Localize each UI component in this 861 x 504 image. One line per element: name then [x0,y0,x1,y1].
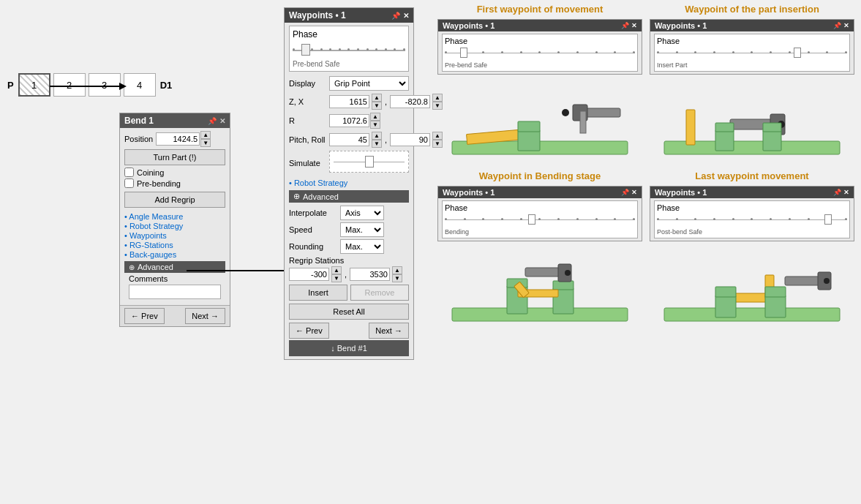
step-to-bend-arrow [50,79,127,94]
svg-rect-20 [763,123,781,132]
card-1-pin[interactable]: 📌 [621,22,629,29]
card-3-header: Waypoints • 1 📌 ✕ [438,187,642,198]
card-1-illustration [437,79,642,163]
reset-all-button[interactable]: Reset All [289,304,409,320]
card-3-title: Waypoint in Bending stage [437,170,642,181]
regrip-spinner-1[interactable]: ▲▼ [331,266,342,282]
waypoints-pin-icon[interactable]: 📌 [391,12,400,20]
roll-input[interactable] [390,133,430,146]
link-list: Angle Measure Robot Strategy Waypoints R… [124,212,225,259]
simulate-label: Simulate [289,159,329,168]
simulate-slider[interactable] [329,151,409,173]
advanced-icon: ⊕ [129,263,135,271]
remove-button[interactable]: Remove [350,285,409,301]
card-3-slider[interactable] [445,214,635,227]
advanced-section-wp[interactable]: ⊕ Advanced [289,190,409,203]
robot-strategy-link[interactable]: Robot Strategy [124,222,225,230]
card-2-pin[interactable]: 📌 [833,22,841,29]
interpolate-row: Interpolate Axis [289,206,409,220]
regrip-spinner-2[interactable]: ▲▼ [392,266,402,282]
z-spinner[interactable]: ▲▼ [372,94,382,110]
card-1-slider[interactable] [445,47,635,60]
card-4-pin[interactable]: 📌 [833,189,841,196]
robot-strategy-link[interactable]: Robot Strategy [289,178,409,187]
card-1-thumb[interactable] [460,48,467,58]
rounding-dropdown[interactable]: Max. [340,239,384,254]
interpolate-dropdown[interactable]: Axis [340,206,384,220]
speed-dropdown[interactable]: Max. [340,222,384,237]
display-row: Display Grip Point [289,76,409,91]
phase-section: Phase Pre-bend Safe [289,26,409,72]
insert-button[interactable]: Insert [289,285,347,301]
card-2-slider[interactable] [657,47,847,60]
advanced-label-wp: Advanced [303,192,339,201]
bend-bottom-button[interactable]: ↓ Bend #1 [289,340,409,356]
position-input[interactable] [156,132,200,146]
prebending-label: Pre-bending [137,179,181,188]
simulate-thumb[interactable] [365,156,374,168]
bend-content: Position ▲▼ Turn Part (!) Coining Pre-be… [120,128,230,305]
card-3-close[interactable]: ✕ [631,189,637,196]
step-4[interactable]: 4 [124,73,156,97]
z-input[interactable] [329,95,369,108]
card-1-title: First waypoint of movement [437,4,642,15]
card-1-close[interactable]: ✕ [631,22,637,29]
rg-stations-link[interactable]: RG-Stations [124,241,225,249]
display-dropdown[interactable]: Grip Point [329,76,409,91]
r-spinner[interactable]: ▲▼ [370,113,380,129]
phase-label: Phase [293,29,405,40]
wp-next-button[interactable]: Next → [369,323,409,339]
card-3-pin[interactable]: 📌 [621,189,629,196]
card-2-phase-label: Phase [657,37,847,45]
prev-button[interactable]: ← Prev [124,308,165,324]
bend-nav-row: ← Prev Next → [120,305,230,326]
regrip-input-2[interactable] [350,268,390,281]
card-first-waypoint: First waypoint of movement Waypoints • 1… [437,4,642,163]
pitch-input[interactable] [329,133,369,146]
turn-part-button[interactable]: Turn Part (!) [124,149,225,165]
prebending-checkbox[interactable] [124,178,134,188]
card-4-thumb[interactable] [824,214,832,225]
add-regrip-button[interactable]: Add Regrip [124,192,225,208]
card-4-panel-title: Waypoints • 1 [655,188,707,197]
card-3-phase: Phase Bending [442,200,638,238]
interpolate-label: Interpolate [289,208,340,217]
coining-label: Coining [137,168,164,177]
card-1-header: Waypoints • 1 📌 ✕ [438,20,642,31]
phase-slider[interactable] [293,42,405,59]
card-2-close[interactable]: ✕ [843,22,849,29]
svg-point-36 [824,278,830,284]
pitch-spinner[interactable]: ▲▼ [372,132,382,148]
card-4-close[interactable]: ✕ [843,189,849,196]
angle-measure-link[interactable]: Angle Measure [124,212,225,221]
regrip-input-1[interactable] [289,268,329,281]
r-input[interactable] [329,114,369,127]
step-d1-label: D1 [160,80,173,91]
x-input[interactable] [390,95,430,108]
comments-input[interactable] [129,285,221,299]
phase-thumb[interactable] [301,44,310,56]
wp-prev-button[interactable]: ← Prev [289,323,329,339]
card-4-slider[interactable] [657,214,847,227]
position-spinner[interactable]: ▲▼ [200,131,211,147]
card-2-panel-title: Waypoints • 1 [655,21,707,30]
r-row: R ▲▼ [289,113,409,129]
next-button[interactable]: Next → [185,308,225,324]
back-gauges-link[interactable]: Back-gauges [124,250,225,259]
pin-icon[interactable]: 📌 [208,117,217,125]
coining-checkbox[interactable] [124,168,134,177]
card-2-svg [657,79,847,163]
close-icon[interactable]: ✕ [219,117,225,125]
card-2-thumb[interactable] [794,48,801,58]
waypoints-link[interactable]: Waypoints [124,231,225,240]
step-1[interactable]: 1 [18,73,50,97]
card-4-title: Last waypoint movement [650,170,854,181]
waypoints-close-icon[interactable]: ✕ [403,12,409,20]
svg-rect-25 [553,281,574,290]
card-bending-stage: Waypoint in Bending stage Waypoints • 1 … [437,170,642,330]
card-2-header: Waypoints • 1 📌 ✕ [650,20,854,31]
speed-row: Speed Max. [289,222,409,237]
card-1-phase-label: Phase [445,37,635,45]
waypoints-header: Waypoints • 1 📌 ✕ [285,8,413,23]
card-3-thumb[interactable] [528,214,535,225]
